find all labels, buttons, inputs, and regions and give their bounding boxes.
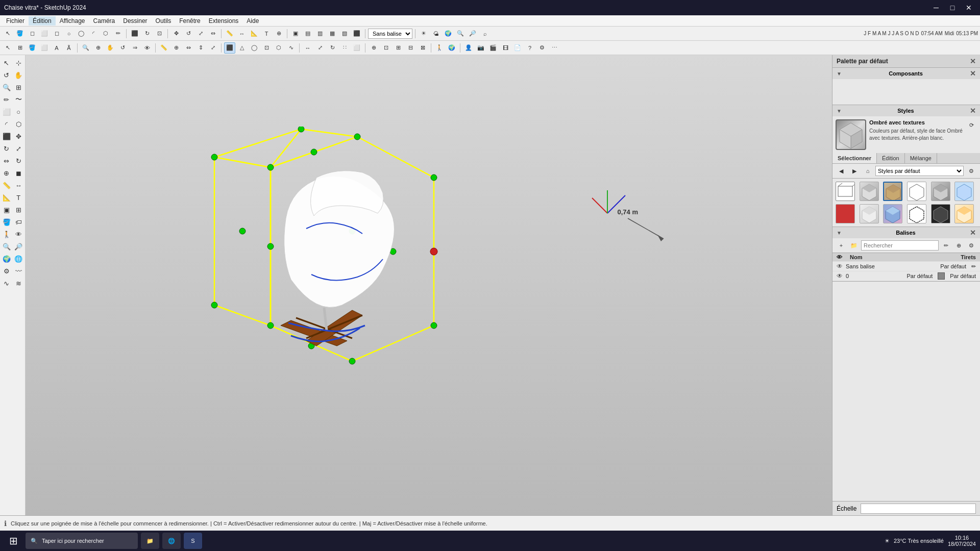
ltool-paint-l[interactable]: 🪣 [1, 216, 12, 228]
ltool-rect[interactable]: ⬜ [1, 106, 12, 117]
tool-flip[interactable]: ⇔ [207, 28, 218, 39]
menu-extensions[interactable]: Extensions [205, 16, 243, 26]
balise-edit-icon[interactable]: ✏ [940, 240, 951, 251]
tool2-pages[interactable]: 📄 [512, 42, 523, 54]
ltool-select2[interactable]: ⊹ [13, 57, 24, 68]
ltool-scale-l[interactable]: ⤢ [13, 143, 24, 154]
styles-close[interactable]: ✕ [970, 107, 976, 115]
taskbar-chrome[interactable]: 🌐 [162, 533, 181, 549]
menu-edition[interactable]: Édition [29, 16, 56, 26]
style-thumb-shaded2[interactable] [860, 204, 879, 223]
styles-home-icon[interactable]: ⌂ [862, 165, 873, 177]
balise-col-nom[interactable]: Nom [850, 254, 958, 260]
balise-target-icon[interactable]: ⊕ [953, 240, 964, 251]
balises-header[interactable]: ▼ Balises ✕ [832, 227, 980, 238]
ltool-comp[interactable]: ⊞ [13, 204, 24, 215]
tool2-bbox[interactable]: ⬛ [224, 42, 235, 54]
tool-arc[interactable]: ◜ [88, 28, 99, 39]
style-thumb-xray[interactable] [954, 182, 974, 201]
style-thumb-color[interactable] [883, 204, 902, 223]
ltool-water[interactable]: 〰 [13, 265, 24, 277]
balise-search-input[interactable] [861, 240, 939, 251]
tool2-s1[interactable]: ↔ [302, 42, 313, 54]
tool-paint[interactable]: 🪣 [14, 28, 26, 39]
tool2-section8[interactable]: ◯ [249, 42, 260, 54]
maximize-button[interactable]: □ [945, 3, 960, 13]
ltool-orbit[interactable]: ↺ [1, 69, 12, 81]
ltool-polygon[interactable]: ⬡ [13, 118, 24, 130]
style-thumb-wireframe[interactable] [836, 182, 855, 201]
tool2-render[interactable]: 🎬 [487, 42, 499, 54]
ltool-pan[interactable]: ✋ [13, 69, 24, 81]
tool-move[interactable]: ✥ [170, 28, 182, 39]
ltool-tape[interactable]: 📏 [1, 180, 12, 191]
tool-rect2[interactable]: ◻ [51, 28, 62, 39]
ltool-dim[interactable]: ↔ [13, 180, 24, 191]
tool-section6[interactable]: ⬛ [351, 28, 362, 39]
ltool-flip[interactable]: ⇔ [1, 155, 12, 166]
tool-rect1[interactable]: ⬜ [39, 28, 50, 39]
minimize-button[interactable]: ─ [929, 3, 943, 13]
tool2-select[interactable]: ↖ [2, 42, 13, 54]
tool2-component[interactable]: ⊞ [14, 42, 26, 54]
balise-settings-icon[interactable]: ⚙ [966, 240, 977, 251]
tool2-scale2[interactable]: ⤢ [207, 42, 218, 54]
tool2-walk[interactable]: ⇒ [129, 42, 140, 54]
tool-follow[interactable]: ↻ [141, 28, 153, 39]
menu-outils[interactable]: Outils [152, 16, 176, 26]
tool2-s2[interactable]: ⤢ [314, 42, 326, 54]
tool-search[interactable]: ⌕ [479, 28, 491, 39]
tool-dim[interactable]: ↔ [236, 28, 248, 39]
style-thumb-shaded[interactable] [860, 182, 879, 201]
balise-folder-icon[interactable]: 📁 [848, 240, 860, 251]
styles-settings-icon[interactable]: ⚙ [966, 165, 977, 177]
ltool-pencil[interactable]: ✏ [1, 94, 12, 105]
tool-rotate[interactable]: ↺ [183, 28, 194, 39]
ltool-label[interactable]: 🏷 [13, 216, 24, 228]
tool2-text3[interactable]: Ã [63, 42, 75, 54]
taskbar-explorer[interactable]: 📁 [141, 533, 159, 549]
ltool-wave2[interactable]: ≋ [13, 278, 24, 289]
tool-text[interactable]: T [261, 28, 272, 39]
tool-zoom-in[interactable]: 🔍 [455, 28, 466, 39]
tool-section1[interactable]: ▣ [290, 28, 301, 39]
style-thumb-dark[interactable] [931, 204, 950, 223]
balise-eye-2[interactable]: 👁 [837, 272, 843, 280]
style-thumb-sketch[interactable] [907, 204, 926, 223]
ltool-section[interactable]: ▣ [1, 204, 12, 215]
tool2-eraser[interactable]: ⬜ [39, 42, 50, 54]
tool2-walk2[interactable]: 🚶 [434, 42, 445, 54]
tool-section4[interactable]: ▦ [327, 28, 338, 39]
tool-shadow1[interactable]: ☀ [418, 28, 429, 39]
style-thumb-shaded-tex[interactable] [883, 182, 902, 201]
ltool-zoom[interactable]: 🔍 [1, 82, 12, 93]
styles-header[interactable]: ▼ Styles ✕ [832, 105, 980, 116]
tool-poly[interactable]: ⬡ [100, 28, 111, 39]
tab-edition[interactable]: Édition [877, 153, 905, 163]
tool-select[interactable]: ↖ [2, 28, 13, 39]
ltool-move[interactable]: ✥ [13, 131, 24, 142]
ltool-search2[interactable]: 🔎 [13, 241, 24, 252]
tool2-crosshair[interactable]: ⊕ [170, 42, 182, 54]
tool2-geo2[interactable]: 🌍 [446, 42, 457, 54]
tool-section5[interactable]: ▧ [339, 28, 350, 39]
tool-geo[interactable]: 🌍 [443, 28, 454, 39]
ltool-follow[interactable]: ↻ [13, 155, 24, 166]
ltool-circle[interactable]: ○ [13, 106, 24, 117]
tool-section3[interactable]: ▥ [314, 28, 326, 39]
ltool-walkl[interactable]: 🚶 [1, 229, 12, 240]
ltool-select[interactable]: ↖ [1, 57, 12, 68]
styles-dropdown[interactable]: Styles par défaut [875, 166, 964, 176]
ltool-arc[interactable]: ◜ [1, 118, 12, 130]
tool-tape[interactable]: 📏 [224, 28, 235, 39]
balises-close[interactable]: ✕ [970, 229, 976, 237]
viewport[interactable]: 0,74 m [26, 55, 832, 515]
tool2-look[interactable]: 👁 [141, 42, 153, 54]
tool-circle1[interactable]: ○ [63, 28, 75, 39]
ltool-search-l[interactable]: 🔍 [1, 241, 12, 252]
style-thumb-hidden[interactable] [907, 182, 926, 201]
windows-start-button[interactable]: ⊞ [4, 532, 22, 550]
panel-close-icon[interactable]: ✕ [970, 57, 976, 65]
tool-circle2[interactable]: ◯ [76, 28, 87, 39]
tool2-section9[interactable]: ⊡ [261, 42, 272, 54]
